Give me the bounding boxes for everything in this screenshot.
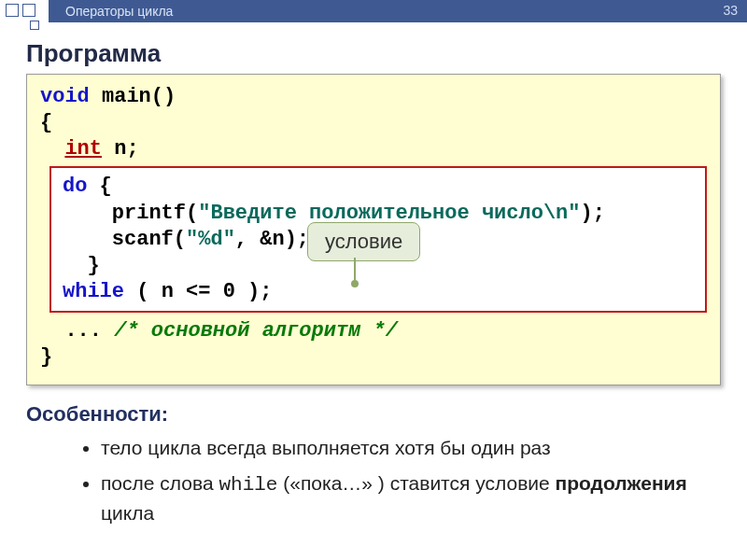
code-line: void main()	[40, 84, 707, 110]
callout-dot	[351, 280, 359, 287]
code-text: scanf(	[63, 228, 186, 251]
list-item: тело цикла всегда выполняется хотя бы од…	[101, 434, 721, 462]
code-text: {	[87, 175, 111, 198]
code-block: void main() { int n; do { printf("Введит…	[26, 74, 721, 385]
slide-content: Программа void main() { int n; do { prin…	[0, 22, 747, 545]
inline-code: while	[218, 474, 277, 496]
code-line: do {	[63, 174, 694, 200]
header-title: Операторы цикла	[65, 4, 173, 19]
callout-box: условие	[307, 222, 420, 261]
code-text: (	[124, 280, 162, 303]
code-text: n;	[102, 137, 139, 161]
code-text: main()	[90, 85, 176, 108]
code-text: );	[235, 280, 273, 303]
callout-label: условие	[325, 230, 402, 253]
code-line: while ( n <= 0 );	[63, 279, 694, 305]
keyword-void: void	[40, 85, 90, 108]
keyword-int: int	[64, 137, 102, 161]
page-number: 33	[723, 3, 738, 18]
features-list: тело цикла всегда выполняется хотя бы од…	[101, 434, 721, 528]
keyword-do: do	[63, 175, 87, 198]
list-item: после слова while («пока…» ) ставится ус…	[101, 469, 721, 528]
code-line: }	[40, 344, 707, 371]
header-decoration	[6, 4, 35, 17]
code-comment: /* основной алгоритм */	[114, 319, 398, 343]
code-text: printf(	[63, 202, 198, 225]
string-literal: "Введите положительное число\n"	[198, 202, 580, 225]
callout-connector	[354, 258, 356, 282]
feature-text: после слова	[101, 472, 218, 494]
condition-text: n <= 0	[162, 280, 235, 303]
code-text: );	[581, 202, 605, 225]
header-band: Операторы цикла 33	[49, 0, 747, 22]
section-title: Программа	[26, 39, 721, 68]
code-line: ... /* основной алгоритм */	[40, 318, 707, 344]
code-text: ...	[40, 319, 114, 343]
feature-text: («пока…» ) ставится условие	[277, 472, 555, 494]
bold-text: продолжения	[556, 472, 687, 494]
code-line: {	[40, 110, 707, 136]
code-line: int n;	[40, 136, 707, 162]
features-title: Особенности:	[26, 402, 721, 427]
feature-text: тело цикла всегда выполняется хотя бы од…	[101, 437, 551, 458]
keyword-while: while	[63, 280, 124, 303]
string-literal: "%d"	[186, 228, 235, 251]
code-text: , &n);	[235, 228, 309, 251]
feature-text: цикла	[101, 502, 154, 524]
